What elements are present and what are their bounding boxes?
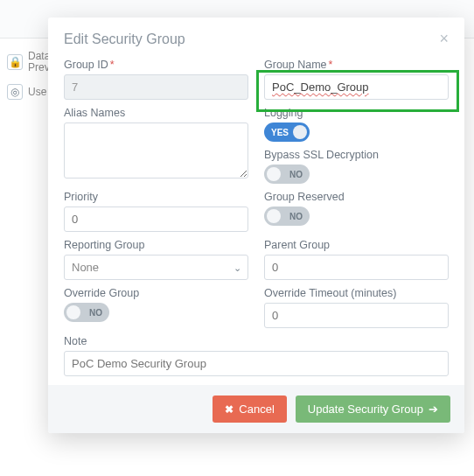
alias-names-input[interactable] [64, 122, 248, 178]
bypass-ssl-toggle[interactable]: NO [264, 164, 310, 184]
update-security-group-button[interactable]: Update Security Group ➔ [296, 396, 450, 423]
logging-toggle[interactable]: YES [264, 122, 310, 142]
close-icon[interactable]: × [439, 30, 449, 48]
override-timeout-input[interactable] [264, 303, 449, 328]
note-input[interactable] [64, 351, 449, 376]
reporting-group-select[interactable]: None [64, 255, 248, 280]
group-reserved-label: Group Reserved [264, 191, 449, 203]
cancel-button[interactable]: ✖ Cancel [213, 396, 286, 423]
parent-group-input[interactable] [264, 255, 449, 280]
override-timeout-label: Override Timeout (minutes) [264, 287, 449, 299]
priority-input[interactable] [64, 206, 248, 232]
edit-security-group-modal: Edit Security Group × Group ID* Group Na… [48, 18, 464, 433]
logging-label: Logging [264, 107, 449, 119]
group-id-label: Group ID* [64, 59, 248, 71]
bg-item-label: Use [28, 86, 46, 98]
override-group-label: Override Group [64, 287, 248, 299]
group-reserved-toggle[interactable]: NO [264, 206, 310, 226]
modal-title: Edit Security Group [64, 32, 185, 47]
priority-label: Priority [64, 191, 248, 203]
fingerprint-icon: ◎ [7, 84, 23, 100]
x-icon: ✖ [225, 403, 234, 416]
note-label: Note [64, 335, 449, 347]
group-id-input [64, 74, 248, 100]
group-name-input[interactable]: PoC_Demo_Group [264, 74, 449, 100]
alias-names-label: Alias Names [64, 107, 248, 119]
arrow-right-icon: ➔ [429, 402, 438, 416]
reporting-group-label: Reporting Group [64, 239, 248, 251]
bypass-ssl-label: Bypass SSL Decryption [264, 149, 449, 161]
lock-icon: 🔒 [7, 54, 23, 70]
override-group-toggle[interactable]: NO [64, 303, 109, 322]
group-name-label: Group Name* [264, 59, 449, 71]
parent-group-label: Parent Group [264, 239, 449, 251]
